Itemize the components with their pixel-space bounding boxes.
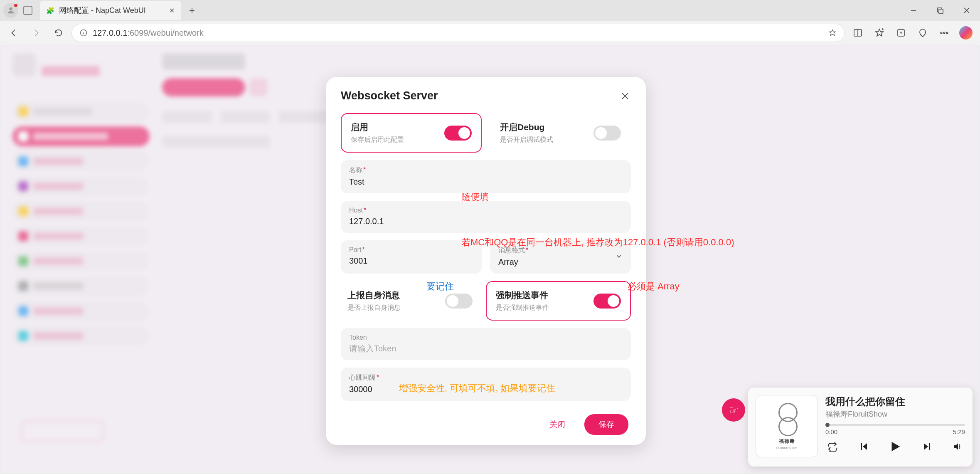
media-progress-bar[interactable]: [825, 424, 965, 426]
media-prev-button[interactable]: [857, 439, 871, 454]
nav-back-button[interactable]: [4, 23, 23, 42]
site-info-icon[interactable]: [79, 29, 88, 37]
save-button[interactable]: 保存: [584, 414, 628, 435]
host-input[interactable]: [349, 217, 623, 226]
report-self-sublabel: 是否上报自身消息: [347, 304, 401, 312]
window-close-button[interactable]: [953, 0, 980, 21]
heartbeat-input[interactable]: [349, 385, 623, 394]
new-tab-button[interactable]: +: [185, 3, 199, 18]
copilot-icon[interactable]: [956, 23, 976, 43]
window-minimize-button[interactable]: [900, 0, 927, 21]
svg-point-0: [9, 7, 12, 10]
svg-point-16: [941, 32, 942, 34]
browser-titlebar: 🧩 网络配置 - NapCat WebUI ✕ +: [0, 0, 980, 21]
port-field[interactable]: Port*: [341, 240, 482, 274]
name-field[interactable]: 名称*: [341, 160, 631, 193]
msg-format-select[interactable]: Array: [498, 257, 623, 267]
msg-format-field[interactable]: 消息格式* Array: [490, 240, 631, 274]
more-menu-icon[interactable]: [934, 23, 954, 43]
media-title: 我用什么把你留住: [825, 395, 965, 408]
enable-toggle[interactable]: [444, 126, 472, 141]
enable-sublabel: 保存后启用此配置: [351, 136, 404, 144]
report-self-toggle[interactable]: [445, 294, 473, 309]
media-volume-button[interactable]: [951, 439, 965, 454]
websocket-server-modal: Websocket Server 启用 保存后启用此配置 开启Debug 是否开…: [326, 77, 646, 445]
chevron-down-icon: [615, 252, 623, 262]
extensions-icon[interactable]: [913, 23, 933, 43]
media-player: 福祿夀 FLORUITSHOP 我用什么把你留住 福禄寿FloruitShow …: [748, 388, 973, 467]
album-art: 福祿夀 FLORUITSHOP: [756, 395, 818, 457]
nav-reload-button[interactable]: [49, 23, 68, 42]
address-bar[interactable]: 127.0.0.1:6099/webui/network: [71, 24, 845, 42]
report-self-label: 上报自身消息: [347, 289, 401, 301]
cancel-button[interactable]: 关闭: [539, 414, 576, 435]
token-input[interactable]: [349, 344, 623, 353]
svg-point-18: [946, 32, 948, 34]
force-push-sublabel: 是否强制推送事件: [496, 304, 549, 312]
enable-toggle-card: 启用 保存后启用此配置: [341, 113, 482, 153]
tab-close-icon[interactable]: ✕: [168, 7, 175, 14]
nav-forward-button[interactable]: [27, 23, 46, 42]
svg-rect-3: [939, 9, 943, 13]
media-repeat-button[interactable]: [825, 439, 840, 454]
media-elapsed: 0:00: [825, 428, 837, 435]
debug-sublabel: 是否开启调试模式: [500, 136, 553, 144]
split-screen-icon[interactable]: [848, 23, 868, 43]
url-text: 127.0.0.1:6099/webui/network: [93, 28, 204, 38]
media-artist: 福禄寿FloruitShow: [825, 409, 965, 419]
debug-label: 开启Debug: [500, 121, 553, 133]
debug-toggle[interactable]: [593, 126, 621, 141]
debug-toggle-card: 开启Debug 是否开启调试模式: [490, 113, 631, 153]
floating-action-button[interactable]: ☞: [722, 398, 745, 422]
window-controls: [900, 0, 980, 21]
browser-toolbar: 127.0.0.1:6099/webui/network: [0, 21, 980, 45]
tab-favicon-icon: 🧩: [46, 6, 55, 15]
favorites-icon[interactable]: [869, 23, 889, 43]
browser-tab[interactable]: 🧩 网络配置 - NapCat WebUI ✕: [40, 1, 181, 20]
force-push-toggle[interactable]: [593, 294, 621, 309]
modal-title: Websocket Server: [341, 89, 438, 102]
media-play-button[interactable]: [888, 439, 902, 454]
workspace-switcher[interactable]: [18, 6, 37, 15]
profile-avatar[interactable]: [3, 3, 18, 18]
media-next-button[interactable]: [920, 439, 934, 454]
modal-close-button[interactable]: [619, 90, 631, 102]
force-push-toggle-card: 强制推送事件 是否强制推送事件: [486, 281, 631, 321]
tab-title: 网络配置 - NapCat WebUI: [59, 5, 164, 15]
media-total: 5:29: [953, 428, 965, 435]
force-push-label: 强制推送事件: [496, 289, 549, 301]
host-field[interactable]: Host*: [341, 201, 631, 233]
token-field[interactable]: Token: [341, 328, 631, 360]
port-input[interactable]: [349, 256, 473, 266]
collections-icon[interactable]: [891, 23, 911, 43]
favorite-star-icon[interactable]: [828, 29, 837, 37]
svg-point-17: [943, 32, 945, 34]
enable-label: 启用: [351, 121, 404, 133]
report-self-toggle-card: 上报自身消息 是否上报自身消息: [341, 281, 478, 321]
name-input[interactable]: [349, 177, 623, 187]
heartbeat-field[interactable]: 心跳间隔*: [341, 368, 631, 401]
window-maximize-button[interactable]: [927, 0, 953, 21]
